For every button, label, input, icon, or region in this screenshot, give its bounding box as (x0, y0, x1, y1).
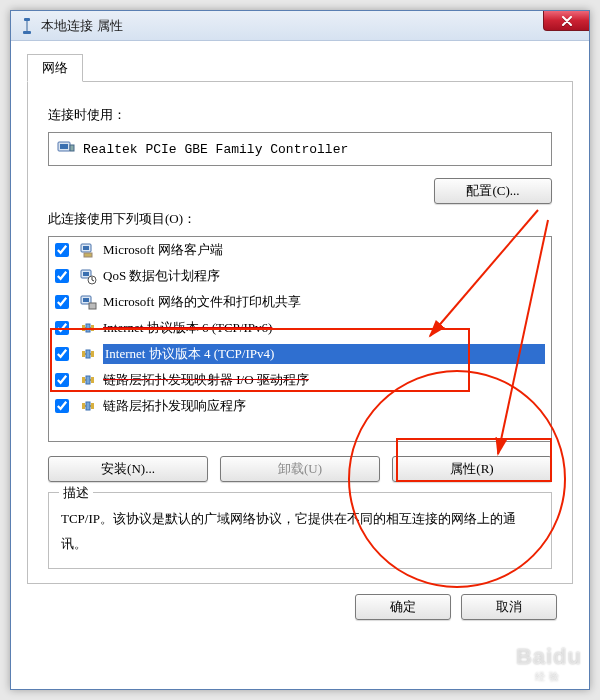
watermark-sub: 经验 (516, 670, 582, 684)
watermark-brand: Baidu (516, 644, 582, 669)
watermark: Baidu 经验 (516, 644, 582, 684)
annotation-arrow-1 (0, 0, 600, 700)
svg-line-31 (430, 210, 538, 336)
svg-line-32 (498, 220, 548, 454)
